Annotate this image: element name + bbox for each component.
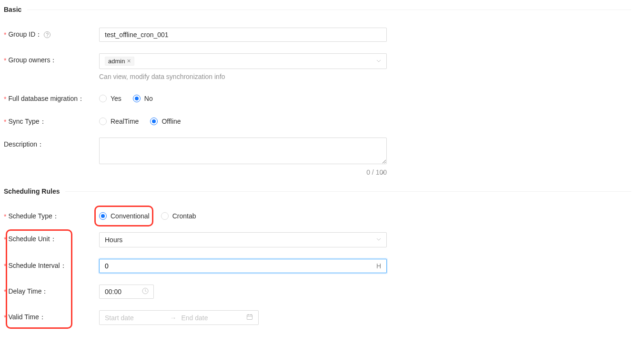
section-header-basic: Basic <box>4 6 631 13</box>
row-schedule-interval: * Schedule Interval H <box>4 259 631 273</box>
help-icon[interactable]: ? <box>44 31 50 38</box>
chevron-down-icon <box>376 58 382 65</box>
section-header-scheduling: Scheduling Rules <box>4 187 631 195</box>
svg-rect-1 <box>247 315 252 320</box>
row-group-id: * Group ID ? <box>4 28 631 42</box>
start-date-placeholder: Start date <box>105 314 165 322</box>
delay-time-input[interactable]: 00:00 <box>99 285 154 299</box>
row-group-owners: * Group owners admin ✕ Can view, modify … <box>4 53 631 80</box>
label-group-owners: * Group owners <box>4 53 99 65</box>
label-schedule-interval: * Schedule Interval <box>4 259 99 270</box>
label-delay-time: * Delay Time <box>4 285 99 296</box>
required-asterisk: * <box>4 314 6 321</box>
close-icon[interactable]: ✕ <box>127 58 131 64</box>
radio-full-db-no[interactable]: No <box>133 95 153 102</box>
schedule-interval-input-wrapper: H <box>99 259 387 273</box>
group-owners-helper: Can view, modify data synchronization in… <box>99 73 387 80</box>
required-asterisk: * <box>4 95 6 103</box>
label-valid-time: * Valid Time <box>4 310 99 322</box>
schedule-unit-select[interactable]: Hours <box>99 232 387 247</box>
radio-full-db-yes[interactable]: Yes <box>99 95 121 102</box>
group-owners-select[interactable]: admin ✕ <box>99 53 387 69</box>
required-asterisk: * <box>4 262 6 270</box>
schedule-interval-input[interactable] <box>105 259 376 273</box>
interval-suffix: H <box>376 262 381 270</box>
label-schedule-type: * Schedule Type <box>4 209 99 221</box>
full-db-migration-radio-group: Yes No <box>99 92 387 102</box>
required-asterisk: * <box>4 288 6 295</box>
row-schedule-unit: * Schedule Unit Hours <box>4 232 631 247</box>
schedule-type-radio-group: Conventional Crontab <box>99 209 387 220</box>
row-sync-type: * Sync Type RealTime Offline <box>4 115 631 126</box>
clock-icon <box>142 288 149 296</box>
group-id-input[interactable] <box>99 28 387 42</box>
valid-time-range-picker[interactable]: Start date → End date <box>99 310 259 325</box>
required-asterisk: * <box>4 213 6 220</box>
row-valid-time: * Valid Time Start date → End date <box>4 310 631 325</box>
radio-sync-offline[interactable]: Offline <box>150 118 181 125</box>
label-schedule-unit: * Schedule Unit <box>4 232 99 244</box>
owner-tag: admin ✕ <box>105 57 134 66</box>
required-asterisk: * <box>4 118 6 126</box>
row-schedule-type: * Schedule Type Conventional Crontab <box>4 209 631 221</box>
label-full-db-migration: * Full database migration <box>4 92 99 103</box>
row-full-db-migration: * Full database migration Yes No <box>4 92 631 103</box>
arrow-right-icon: → <box>170 314 177 322</box>
divider <box>65 191 631 192</box>
label-description: Description <box>4 138 99 149</box>
calendar-icon <box>246 314 253 322</box>
radio-sync-realtime[interactable]: RealTime <box>99 118 139 125</box>
sync-type-radio-group: RealTime Offline <box>99 115 387 125</box>
required-asterisk: * <box>4 236 6 243</box>
description-char-count: 0 / 100 <box>99 168 387 176</box>
chevron-down-icon <box>376 236 382 244</box>
label-sync-type: * Sync Type <box>4 115 99 126</box>
radio-schedule-conventional[interactable]: Conventional <box>99 212 150 220</box>
radio-schedule-crontab[interactable]: Crontab <box>161 212 196 220</box>
section-title-basic: Basic <box>4 6 27 13</box>
row-delay-time: * Delay Time 00:00 <box>4 285 631 299</box>
divider <box>27 10 631 10</box>
section-title-scheduling: Scheduling Rules <box>4 187 65 195</box>
required-asterisk: * <box>4 31 6 39</box>
row-description: Description 0 / 100 <box>4 138 631 176</box>
required-asterisk: * <box>4 57 6 64</box>
label-group-id: * Group ID ? <box>4 28 99 39</box>
end-date-placeholder: End date <box>181 314 242 322</box>
description-textarea[interactable] <box>99 138 387 164</box>
